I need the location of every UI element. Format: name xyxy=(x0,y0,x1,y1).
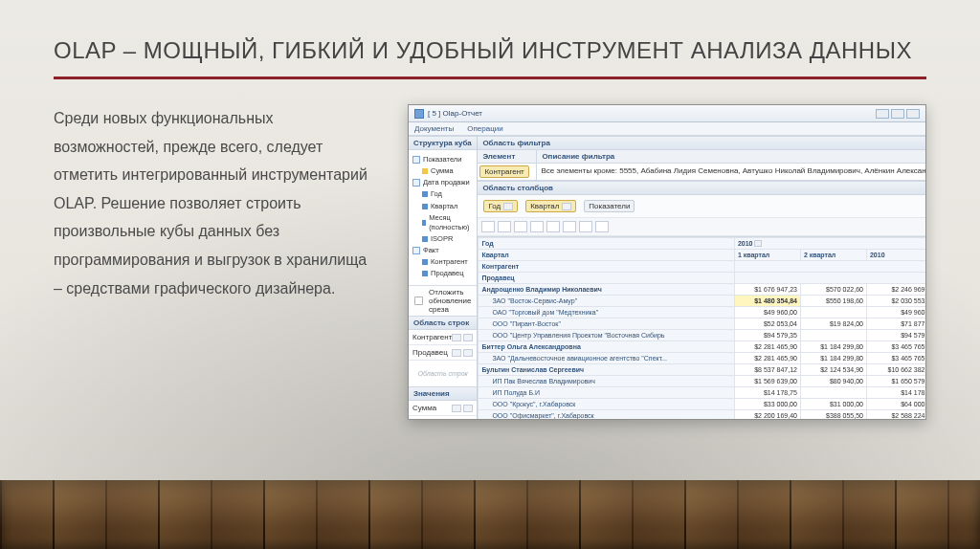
field-icon xyxy=(422,204,428,209)
col-chip-measures[interactable]: Показатели xyxy=(584,200,635,212)
filter-area-header: Область фильтра xyxy=(478,136,926,150)
filter-header-row: Элемент Описание фильтра xyxy=(478,150,926,164)
tree-node-label[interactable]: Квартал xyxy=(431,202,457,211)
field-controls[interactable] xyxy=(452,349,473,357)
menu-documents[interactable]: Документы xyxy=(414,124,454,133)
app-icon xyxy=(414,109,424,119)
field-controls[interactable] xyxy=(452,334,473,341)
field-icon xyxy=(422,271,428,276)
title-underline xyxy=(54,77,926,79)
grid-toolbar[interactable] xyxy=(478,218,926,236)
filter-row[interactable]: Контрагент Все элементы кроме: 5555, Аба… xyxy=(478,164,926,181)
pivot-grid[interactable]: Год2010Квартал1 квартал2 квартал2010Всег… xyxy=(478,237,926,419)
cols-area-header: Область столбцов xyxy=(478,181,926,195)
title-sep: – xyxy=(117,37,144,63)
values-area-hint: Значения xyxy=(409,416,477,420)
body-paragraph: Среди новых функциональных возможностей,… xyxy=(54,104,379,302)
floor-texture xyxy=(0,480,980,549)
row-field[interactable]: Контрагент xyxy=(412,333,452,341)
title-rest: МОЩНЫЙ, ГИБКИЙ И УДОБНЫЙ ИНСТРУМЕНТ АНАЛ… xyxy=(144,37,912,63)
cube-structure-tree[interactable]: ПоказателиСуммаДата продажиГодКварталМес… xyxy=(409,150,477,285)
slide-title: OLAP – МОЩНЫЙ, ГИБКИЙ И УДОБНЫЙ ИНСТРУМЕ… xyxy=(54,36,926,65)
rows-area-header: Область строк xyxy=(409,316,477,330)
window-controls[interactable] xyxy=(876,109,920,119)
tree-node-label[interactable]: ISOPR xyxy=(431,234,453,244)
window-titlebar: [ 5 ] Olap-Отчет xyxy=(409,105,925,122)
tree-node-label[interactable]: Показатели xyxy=(423,155,461,165)
field-icon xyxy=(422,220,426,226)
col-chip-quarter[interactable]: Квартал xyxy=(525,200,576,212)
rows-area[interactable]: Контрагент Продавец Область строк xyxy=(409,330,477,386)
tree-node-label[interactable]: Месяц (полностью) xyxy=(429,213,473,232)
filter-col-element: Элемент xyxy=(478,150,537,163)
tree-node-label[interactable]: Год xyxy=(431,189,442,199)
field-icon xyxy=(422,191,428,197)
rows-area-hint: Область строк xyxy=(409,361,477,386)
left-pane: Структура куба ПоказателиСуммаДата прода… xyxy=(409,136,478,419)
filter-chip-contragent[interactable]: Контрагент xyxy=(479,165,528,178)
filter-col-description: Описание фильтра xyxy=(537,150,926,163)
defer-refresh-label: Отложить обновление среза xyxy=(429,288,473,314)
right-pane: Область фильтра Элемент Описание фильтра… xyxy=(478,136,926,419)
col-chip-year[interactable]: Год xyxy=(483,200,518,212)
folder-icon xyxy=(412,179,420,187)
field-icon xyxy=(422,236,428,242)
menu-operations[interactable]: Операции xyxy=(467,124,502,133)
tree-node-label[interactable]: Факт xyxy=(423,246,439,255)
folder-icon xyxy=(412,156,420,164)
slide-content: OLAP – МОЩНЫЙ, ГИБКИЙ И УДОБНЫЙ ИНСТРУМЕ… xyxy=(54,36,926,420)
defer-refresh-row[interactable]: Отложить обновление среза xyxy=(409,285,477,316)
cube-structure-header: Структура куба xyxy=(409,136,477,150)
value-field[interactable]: Сумма xyxy=(412,404,436,412)
tree-node-label[interactable]: Продавец xyxy=(431,269,463,278)
cols-area[interactable]: Год Квартал Показатели Область столбцов xyxy=(478,195,926,237)
tree-node-label[interactable]: Контрагент xyxy=(431,257,468,267)
menu-bar[interactable]: Документы Операции xyxy=(409,122,925,136)
filter-description: Все элементы кроме: 5555, Абабина Лидия … xyxy=(537,164,926,180)
values-area-header: Значения xyxy=(409,386,477,401)
field-controls[interactable] xyxy=(452,405,473,412)
tree-node-label[interactable]: Дата продажи xyxy=(423,178,470,187)
field-icon xyxy=(422,168,428,174)
field-icon xyxy=(422,259,428,265)
folder-icon xyxy=(412,247,420,254)
title-lead: OLAP xyxy=(54,37,117,63)
tree-node-label[interactable]: Сумма xyxy=(431,166,454,176)
row-field[interactable]: Продавец xyxy=(412,348,448,357)
window-title: [ 5 ] Olap-Отчет xyxy=(428,109,482,118)
olap-app-window: [ 5 ] Olap-Отчет Документы Операции Стру… xyxy=(408,104,926,420)
values-area[interactable]: Сумма Значения xyxy=(409,401,477,420)
defer-refresh-checkbox[interactable] xyxy=(414,296,423,305)
